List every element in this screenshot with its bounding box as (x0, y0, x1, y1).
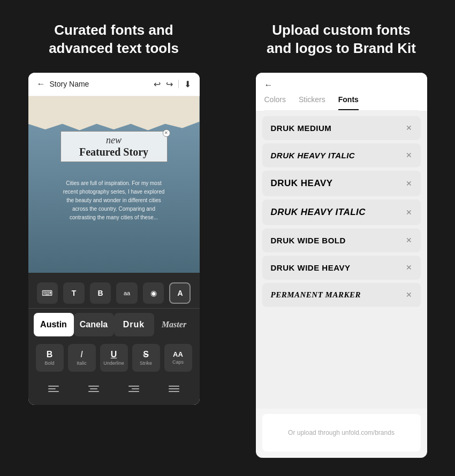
keyboard-tool[interactable]: ⌨ (37, 282, 58, 304)
align-center-icon (88, 386, 99, 392)
right-panel: Upload custom fonts and logos to Brand K… (228, 0, 455, 476)
font-canela[interactable]: Canela (74, 313, 114, 336)
caps-style-button[interactable]: AA Caps (164, 344, 192, 372)
story-name-label: Story Name (50, 80, 89, 88)
brand-kit-card: ← Colors Stickers Fonts DRUK MEDIUM ✕ DR… (256, 73, 427, 458)
align-center-button[interactable] (80, 379, 108, 398)
story-featured-text: Featured Story (69, 146, 160, 158)
font-item-name: DRUK HEAVY (271, 178, 333, 189)
font-remove-button[interactable]: ✕ (406, 179, 412, 188)
font-item-name: PERMANENT MARKER (271, 290, 361, 300)
phone-header-right: ↩ ↪ ⬇ (154, 79, 191, 89)
align-justify-button[interactable] (160, 379, 188, 398)
font-selector-row: Austin Canela Druk Master (28, 308, 200, 341)
font-item-name: DRUK HEAVY ITALIC (271, 207, 366, 218)
strike-label: Strike (140, 360, 152, 366)
brand-kit-header: ← Colors Stickers Fonts (256, 73, 427, 111)
font-remove-button[interactable]: ✕ (406, 151, 412, 159)
undo-button[interactable]: ↩ (154, 79, 161, 89)
font-item-name: DRUK WIDE HEAVY (271, 263, 351, 272)
brand-kit-back-button[interactable]: ← (264, 80, 419, 90)
bold-icon: B (47, 350, 53, 359)
story-canvas: new Featured Story ✕ Cities are full of … (28, 96, 200, 273)
right-panel-title: Upload custom fonts and logos to Brand K… (261, 21, 422, 58)
font-austin[interactable]: Austin (34, 313, 74, 336)
header-divider (178, 80, 179, 88)
color-tool[interactable]: ◉ (143, 282, 164, 304)
strike-style-button[interactable]: S Strike (132, 344, 160, 372)
text-tool[interactable]: T (63, 282, 85, 304)
toolbar-area: ⌨ T B aa ◉ A Austin Canela Druk Master B… (28, 273, 200, 405)
story-body-text: Cities are full of inspiration. For my m… (60, 179, 168, 222)
tool-icons-row: ⌨ T B aa ◉ A (28, 278, 200, 308)
tab-stickers[interactable]: Stickers (299, 95, 325, 110)
font-item-druk-heavy-italic-2[interactable]: DRUK HEAVY ITALIC ✕ (262, 199, 421, 225)
upload-text: Or upload through unfold.com/brands (288, 429, 395, 436)
font-item-name: DRUK HEAVY ITALIC (271, 151, 355, 160)
bold-label: Bold (44, 360, 54, 366)
phone-header: ← Story Name ↩ ↪ ⬇ (28, 73, 200, 96)
font-remove-button[interactable]: ✕ (406, 124, 412, 132)
font-master[interactable]: Master (154, 313, 194, 336)
underline-style-button[interactable]: U Underline (100, 344, 128, 372)
left-panel-title: Curated fonts and advanced text tools (34, 21, 194, 58)
align-left-icon (48, 386, 59, 392)
tab-fonts[interactable]: Fonts (338, 95, 359, 110)
brand-font-list: DRUK MEDIUM ✕ DRUK HEAVY ITALIC ✕ DRUK H… (256, 111, 427, 409)
font-remove-button[interactable]: ✕ (406, 263, 412, 272)
caps-label: Caps (172, 359, 184, 365)
story-new-text: new (69, 135, 160, 146)
font-item-permanent-marker[interactable]: PERMANENT MARKER ✕ (262, 283, 421, 307)
font-item-druk-heavy-italic-1[interactable]: DRUK HEAVY ITALIC ✕ (262, 143, 421, 167)
upload-area[interactable]: Or upload through unfold.com/brands (262, 414, 421, 451)
caps-icon: AA (173, 350, 183, 358)
align-left-button[interactable] (40, 379, 67, 398)
download-button[interactable]: ⬇ (184, 79, 191, 89)
story-text-box[interactable]: new Featured Story (60, 131, 168, 162)
strike-icon: S (143, 350, 149, 359)
bold-style-button[interactable]: B Bold (36, 344, 64, 372)
tab-colors[interactable]: Colors (264, 95, 286, 110)
font-remove-button[interactable]: ✕ (406, 208, 412, 217)
italic-style-button[interactable]: I Italic (68, 344, 96, 372)
phone-mockup: ← Story Name ↩ ↪ ⬇ new Featured Story ✕ … (28, 73, 200, 405)
redo-button[interactable]: ↪ (166, 79, 173, 89)
font-item-druk-medium[interactable]: DRUK MEDIUM ✕ (262, 116, 421, 140)
align-right-button[interactable] (120, 379, 148, 398)
phone-header-left: ← Story Name (37, 79, 89, 89)
align-row (28, 375, 200, 405)
font-remove-button[interactable]: ✕ (406, 290, 412, 299)
style-tool[interactable]: A (169, 282, 191, 304)
underline-label: Underline (103, 360, 124, 366)
underline-icon: U (111, 350, 117, 359)
italic-icon: I (80, 350, 82, 359)
left-panel: Curated fonts and advanced text tools ← … (0, 0, 228, 476)
aa-tool[interactable]: aa (116, 282, 138, 304)
back-button[interactable]: ← (37, 79, 46, 89)
bold-tool[interactable]: B (90, 282, 111, 304)
align-right-icon (128, 386, 139, 392)
italic-label: Italic (77, 360, 87, 366)
font-item-name: DRUK WIDE BOLD (271, 236, 346, 245)
font-item-name: DRUK MEDIUM (271, 124, 332, 133)
font-item-druk-wide-bold[interactable]: DRUK WIDE BOLD ✕ (262, 228, 421, 252)
text-style-row: B Bold I Italic U Underline S Strike AA (28, 341, 200, 375)
tab-bar: Colors Stickers Fonts (264, 95, 419, 111)
align-justify-icon (169, 386, 179, 392)
font-item-druk-heavy[interactable]: DRUK HEAVY ✕ (262, 171, 421, 196)
text-box-close[interactable]: ✕ (163, 129, 170, 137)
font-druk[interactable]: Druk (114, 313, 154, 336)
font-remove-button[interactable]: ✕ (406, 236, 412, 244)
font-item-druk-wide-heavy[interactable]: DRUK WIDE HEAVY ✕ (262, 256, 421, 280)
